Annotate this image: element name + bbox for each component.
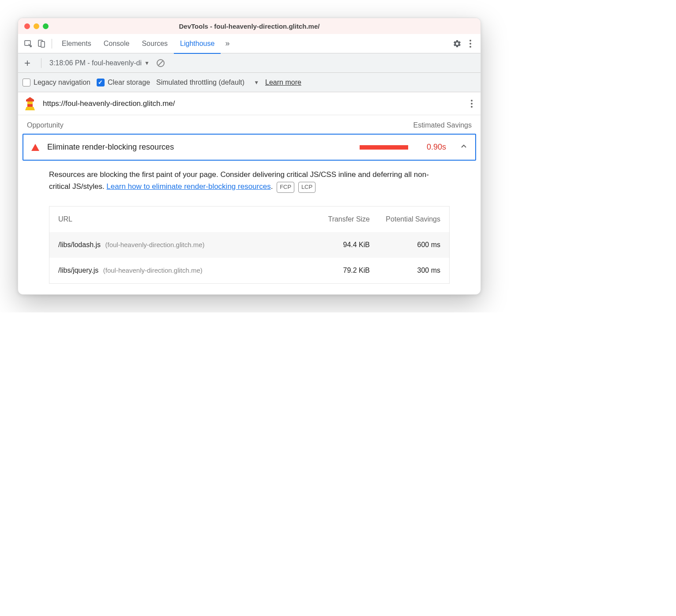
- titlebar: DevTools - foul-heavenly-direction.glitc…: [18, 18, 481, 34]
- tab-sources[interactable]: Sources: [135, 34, 174, 53]
- resource-origin: (foul-heavenly-direction.glitch.me): [105, 241, 205, 248]
- dropdown-caret-icon: ▼: [144, 60, 150, 66]
- clear-storage-label: Clear storage: [108, 79, 150, 86]
- savings-bar: [360, 145, 408, 150]
- new-report-button[interactable]: +: [22, 57, 33, 69]
- window-title: DevTools - foul-heavenly-direction.glitc…: [18, 23, 481, 30]
- tab-bar: Elements Console Sources Lighthouse »: [18, 34, 481, 53]
- throttling-selector[interactable]: Simulated throttling (default) ▼: [156, 79, 259, 86]
- minimize-window-icon[interactable]: [34, 23, 39, 29]
- divider: [41, 58, 41, 68]
- table-header-row: URL Transfer Size Potential Savings: [49, 207, 449, 232]
- tab-lighthouse[interactable]: Lighthouse: [174, 34, 221, 53]
- resource-origin: (foul-heavenly-direction.glitch.me): [103, 267, 203, 274]
- cell-size: 79.2 KiB: [304, 267, 370, 274]
- opportunity-title: Eliminate render-blocking resources: [47, 143, 174, 152]
- cell-savings: 300 ms: [370, 267, 440, 274]
- report-menu-icon[interactable]: [469, 98, 474, 109]
- opportunity-description: Resources are blocking the first paint o…: [18, 161, 481, 197]
- svg-rect-2: [41, 41, 45, 47]
- throttling-label: Simulated throttling (default): [156, 79, 244, 86]
- metric-badge-fcp: FCP: [277, 182, 294, 193]
- lighthouse-toolbar: + 3:18:06 PM - foul-heavenly-di ▼: [18, 53, 481, 73]
- dropdown-caret-icon: ▼: [254, 79, 259, 86]
- inspect-element-icon[interactable]: [22, 37, 35, 50]
- resource-path: /libs/lodash.js: [58, 241, 101, 248]
- tab-console[interactable]: Console: [98, 34, 136, 53]
- report-selector-label: 3:18:06 PM - foul-heavenly-di: [49, 59, 142, 67]
- window-controls: [18, 23, 49, 29]
- chevron-up-icon[interactable]: [460, 143, 467, 152]
- cell-url: /libs/jquery.js (foul-heavenly-direction…: [58, 267, 304, 274]
- cell-size: 94.4 KiB: [304, 241, 370, 249]
- savings-value: 0.90s: [427, 143, 446, 152]
- report-url: https://foul-heavenly-direction.glitch.m…: [43, 99, 462, 108]
- tab-elements[interactable]: Elements: [56, 34, 98, 53]
- opportunity-column-label: Opportunity: [27, 121, 64, 129]
- header-url: URL: [58, 215, 304, 223]
- checkbox-checked-icon[interactable]: [97, 79, 105, 86]
- svg-marker-5: [26, 97, 34, 101]
- table-row: /libs/jquery.js (foul-heavenly-direction…: [49, 258, 449, 283]
- savings-column-label: Estimated Savings: [413, 121, 472, 129]
- more-options-icon[interactable]: [464, 37, 477, 50]
- clear-report-icon[interactable]: [154, 56, 167, 70]
- learn-more-link[interactable]: Learn more: [265, 79, 301, 86]
- report-url-bar: https://foul-heavenly-direction.glitch.m…: [18, 92, 481, 115]
- cell-savings: 600 ms: [370, 241, 440, 249]
- more-tabs-icon[interactable]: »: [221, 37, 234, 50]
- fail-triangle-icon: [31, 144, 39, 151]
- legacy-navigation-label: Legacy navigation: [34, 79, 90, 86]
- report-content: Opportunity Estimated Savings Eliminate …: [18, 115, 481, 284]
- devtools-window: DevTools - foul-heavenly-direction.glitc…: [18, 18, 481, 295]
- legacy-navigation-option[interactable]: Legacy navigation: [23, 79, 90, 86]
- header-size: Transfer Size: [304, 215, 370, 223]
- divider: [52, 39, 52, 49]
- svg-rect-7: [27, 104, 33, 107]
- device-toolbar-icon[interactable]: [35, 37, 48, 50]
- svg-marker-8: [25, 107, 35, 110]
- svg-line-4: [158, 61, 163, 65]
- metric-badge-lcp: LCP: [298, 182, 315, 193]
- description-suffix: .: [271, 182, 273, 191]
- opportunity-header: Opportunity Estimated Savings: [18, 121, 481, 134]
- settings-icon[interactable]: [451, 37, 464, 50]
- svg-rect-6: [27, 101, 33, 104]
- header-savings: Potential Savings: [370, 215, 440, 223]
- lighthouse-options: Legacy navigation Clear storage Simulate…: [18, 73, 481, 92]
- description-link[interactable]: Learn how to eliminate render-blocking r…: [106, 182, 270, 191]
- opportunity-item[interactable]: Eliminate render-blocking resources 0.90…: [23, 134, 476, 161]
- cell-url: /libs/lodash.js (foul-heavenly-direction…: [58, 241, 304, 249]
- resources-table: URL Transfer Size Potential Savings /lib…: [49, 206, 450, 284]
- close-window-icon[interactable]: [24, 23, 30, 29]
- table-row: /libs/lodash.js (foul-heavenly-direction…: [49, 232, 449, 258]
- zoom-window-icon[interactable]: [43, 23, 49, 29]
- resource-path: /libs/jquery.js: [58, 267, 98, 274]
- lighthouse-logo-icon: [24, 97, 36, 110]
- checkbox-unchecked-icon[interactable]: [23, 79, 30, 86]
- clear-storage-option[interactable]: Clear storage: [97, 79, 150, 86]
- report-selector[interactable]: 3:18:06 PM - foul-heavenly-di ▼: [49, 59, 150, 67]
